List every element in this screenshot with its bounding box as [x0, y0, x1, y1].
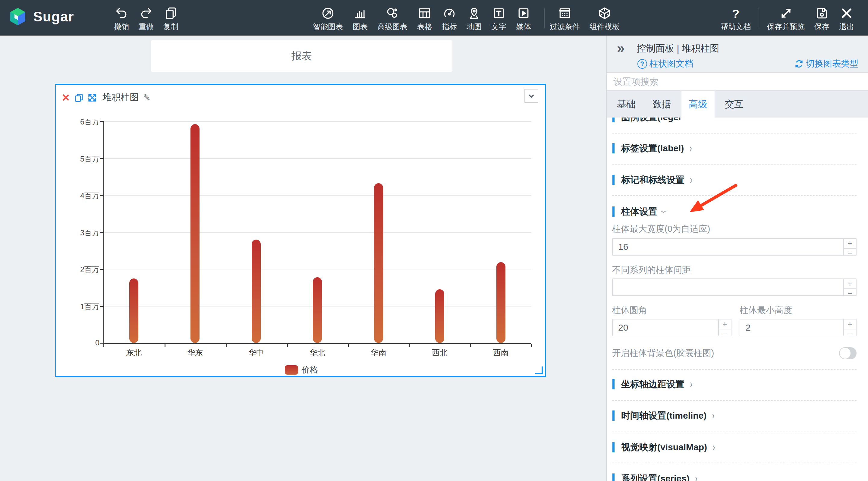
spin-down-button[interactable]: − [719, 329, 731, 339]
switch-chart-type-link[interactable]: 切换图表类型 [795, 58, 858, 70]
settings-search-input[interactable] [607, 73, 868, 90]
nav-divider [758, 8, 759, 27]
nav-item-label: 媒体 [516, 22, 531, 32]
map-pin-icon [467, 4, 481, 20]
nav-kpi-button[interactable]: 指标 [437, 0, 462, 36]
nav-group-insert: 智能图表图表高级图表表格指标地图文字媒体 [308, 0, 536, 36]
spin-up-button[interactable]: + [844, 319, 856, 329]
preview-icon [779, 4, 793, 20]
chevron-right-icon: › [695, 472, 698, 481]
section-label[interactable]: 标签设置(label) › [607, 139, 868, 157]
doc-link[interactable]: ? 柱状图文档 [638, 58, 693, 70]
x-axis-label: 西北 [418, 348, 461, 358]
nav-item-label: 图表 [352, 22, 368, 32]
nav-help-button[interactable]: ?帮助文档 [716, 0, 755, 36]
x-axis-tick [226, 344, 227, 347]
spin-up-button[interactable]: + [844, 279, 856, 289]
section-timeline[interactable]: 时间轴设置(timeline) › [607, 407, 868, 425]
y-axis-label: 5百万 [57, 154, 99, 164]
chevron-down-icon: › [658, 211, 671, 213]
spin-down-button[interactable]: − [844, 329, 856, 339]
x-axis-tick [409, 344, 410, 347]
chart-widget[interactable]: ✕ 堆积柱图 ✎ [55, 84, 546, 377]
spin-down-button[interactable]: − [844, 249, 856, 258]
series-gap-value[interactable] [613, 279, 843, 295]
widget-resize-handle[interactable] [535, 366, 543, 374]
nav-item-label: 帮助文档 [721, 22, 751, 32]
editor-canvas[interactable]: 报表 ✕ 堆积柱图 ✎ [0, 36, 606, 481]
x-axis-label: 华南 [358, 348, 400, 358]
spin-up-button[interactable]: + [844, 239, 856, 249]
nav-media-button[interactable]: 媒体 [511, 0, 536, 36]
x-axis-tick [348, 344, 349, 347]
y-axis-label: 0 [57, 339, 99, 347]
x-axis-tick [531, 344, 532, 347]
x-axis-tick [470, 344, 471, 347]
nav-item-label: 过滤条件 [550, 22, 580, 32]
min-height-label: 柱体最小高度 [740, 304, 792, 316]
nav-group-edit: 撤销重做复制 [109, 0, 183, 36]
y-axis-label: 1百万 [57, 302, 99, 312]
x-axis-label: 华东 [174, 348, 216, 358]
bar-东北 [129, 279, 138, 343]
nav-item-label: 智能图表 [313, 22, 343, 32]
section-axis-margin[interactable]: 坐标轴边距设置 › [607, 375, 868, 393]
top-navbar: Sugar 撤销重做复制 智能图表图表高级图表表格指标地图文字媒体 过滤条件组件… [0, 0, 868, 36]
max-width-input: + − [612, 238, 857, 256]
nav-template-button[interactable]: 组件模板 [585, 0, 624, 36]
max-width-label: 柱体最大宽度(0为自适应) [612, 223, 710, 235]
chevron-right-icon: › [712, 441, 715, 454]
bar-华中 [252, 239, 261, 343]
nav-save-button[interactable]: 保存 [809, 0, 834, 36]
tab-interact[interactable]: 交互 [718, 91, 751, 118]
section-legend[interactable]: 图例设置(legend) › [607, 118, 868, 126]
min-height-input: + − [740, 319, 857, 336]
section-series[interactable]: 系列设置(series) › [607, 470, 868, 481]
x-axis [103, 343, 531, 344]
nav-advanced-chart-button[interactable]: 高级图表 [373, 0, 412, 36]
tab-basic[interactable]: 基础 [610, 91, 643, 118]
nav-item-label: 复制 [163, 22, 179, 32]
brand: Sugar [8, 7, 74, 27]
nav-item-label: 保存 [814, 22, 830, 32]
nav-copy-button[interactable]: 复制 [158, 0, 183, 36]
spinner: + − [718, 319, 731, 336]
nav-chart-button[interactable]: 图表 [348, 0, 373, 36]
nav-item-label: 文字 [491, 22, 506, 32]
nav-text-button[interactable]: 文字 [487, 0, 511, 36]
copy-icon [164, 4, 178, 20]
max-width-value[interactable] [613, 239, 843, 255]
report-title-widget[interactable]: 报表 [151, 40, 453, 72]
exit-icon [840, 4, 853, 20]
min-height-value[interactable] [740, 319, 843, 336]
divider [612, 431, 857, 432]
nav-map-button[interactable]: 地图 [462, 0, 487, 36]
spinner: + − [843, 279, 856, 295]
panel-tabs: 基础 数据 高级 交互 [607, 91, 868, 118]
radius-value[interactable] [613, 319, 718, 336]
nav-save-preview-button[interactable]: 保存并预览 [762, 0, 809, 36]
y-axis [103, 122, 104, 343]
media-icon [517, 4, 530, 20]
nav-undo-button[interactable]: 撤销 [109, 0, 134, 36]
nav-filter-button[interactable]: 过滤条件 [545, 0, 585, 36]
nav-exit-button[interactable]: 退出 [834, 0, 859, 36]
nav-table-button[interactable]: 表格 [412, 0, 437, 36]
gridline [104, 195, 531, 196]
capsule-toggle[interactable] [839, 347, 857, 359]
tab-data[interactable]: 数据 [645, 91, 678, 118]
cube-icon [598, 4, 611, 20]
nav-smart-chart-button[interactable]: 智能图表 [308, 0, 348, 36]
spin-up-button[interactable]: + [719, 319, 731, 329]
legend-label: 价格 [302, 364, 318, 375]
y-axis-label: 4百万 [57, 191, 99, 201]
spin-down-button[interactable]: − [844, 289, 856, 298]
nav-redo-button[interactable]: 重做 [134, 0, 158, 36]
spinner: + − [843, 319, 856, 336]
section-visualmap[interactable]: 视觉映射(visualMap) › [607, 438, 868, 456]
panel-collapse-icon[interactable]: » [617, 41, 625, 55]
chart-legend[interactable]: 价格 [56, 364, 547, 375]
gridline [104, 121, 531, 122]
tab-advanced[interactable]: 高级 [681, 91, 715, 118]
legend-swatch [285, 365, 298, 375]
